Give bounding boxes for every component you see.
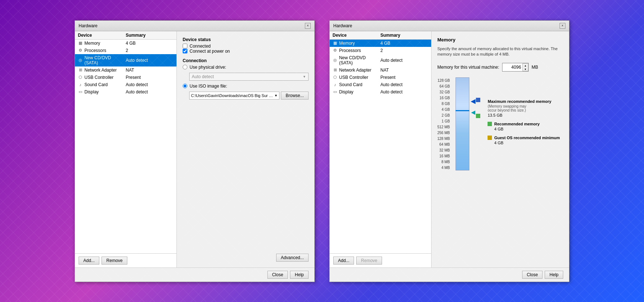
processor-icon-right — [333, 48, 338, 53]
memory-icon-left — [78, 41, 83, 46]
dialog-title-right: Hardware — [333, 23, 352, 28]
memory-panel: Memory Specify the amount of memory allo… — [432, 31, 569, 267]
memory-value-input[interactable] — [502, 64, 522, 71]
legend-recommended: Recommended memory 4 GB — [488, 122, 560, 131]
device-panel-footer-right: Add... Remove — [330, 253, 431, 267]
close-button-left[interactable]: × — [305, 23, 311, 29]
physical-drive-select[interactable]: Auto detect ▼ — [189, 73, 309, 81]
close-btn-right[interactable]: Close — [522, 271, 543, 279]
usb-icon-right — [333, 75, 338, 80]
connection-radio-group: Use physical drive: Auto detect ▼ Use IS… — [183, 65, 309, 100]
cd-icon-right — [333, 58, 338, 63]
device-panel-right: Device Summary Memory 4 GB Processors 2 … — [330, 31, 432, 267]
recommended-legend-color — [488, 122, 492, 126]
dialog-footer-right: Close Help — [330, 267, 569, 282]
recommended-color — [476, 114, 480, 118]
content-panel-left: Device status Connected Connect at power… — [177, 31, 314, 267]
help-btn-left[interactable]: Help — [290, 271, 309, 279]
spinner-up[interactable]: ▲ — [523, 64, 528, 67]
legend-max-recommended: Maximum recommended memory (Memory swapp… — [488, 99, 560, 117]
help-btn-right[interactable]: Help — [545, 271, 563, 279]
device-header-right: Device Summary — [330, 31, 431, 40]
device-status-label: Device status — [183, 37, 309, 42]
close-button-right[interactable]: × — [560, 23, 565, 29]
physical-drive-label: Use physical drive: — [190, 65, 226, 70]
auto-detect-select-row: Auto detect ▼ — [189, 73, 309, 81]
display-icon-left — [78, 89, 83, 94]
network-icon-left — [78, 68, 83, 73]
connect-power-checkbox[interactable] — [183, 49, 187, 53]
recommended-memory-arrow: ◀ — [471, 109, 475, 115]
connection-label: Connection — [183, 58, 309, 63]
memory-legend: Maximum recommended memory (Memory swapp… — [488, 77, 560, 261]
iso-path-row: C:\Users\Gavin\Downloads\macOS Big Sur 1… — [189, 92, 309, 100]
advanced-button[interactable]: Advanced... — [276, 254, 309, 262]
physical-drive-radio[interactable] — [183, 65, 187, 69]
display-icon-right — [333, 89, 338, 94]
memory-chart: 128 GB 64 GB 32 GB 16 GB 8 GB 4 GB 2 GB … — [437, 77, 563, 261]
usb-icon-left — [78, 75, 83, 80]
memory-spinner[interactable]: ▲ ▼ — [522, 63, 528, 71]
memory-input-row: Memory for this virtual machine: ▲ ▼ MB — [437, 63, 563, 72]
connected-label: Connected — [190, 44, 211, 49]
device-row-processors-left[interactable]: Processors 2 — [75, 47, 176, 54]
sound-icon-right — [333, 82, 338, 87]
cd-icon-left — [78, 58, 83, 63]
device-row-cd-left[interactable]: New CD/DVD (SATA) Auto detect — [75, 54, 176, 67]
iso-path-display[interactable]: C:\Users\Gavin\Downloads\macOS Big Sur 1… — [189, 92, 279, 100]
network-icon-right — [333, 68, 338, 73]
device-list-right: Memory 4 GB Processors 2 New CD/DVD (SAT… — [330, 40, 431, 253]
close-btn-left[interactable]: Close — [267, 271, 288, 279]
memory-bar-container: ◀ ◀ — [456, 77, 470, 170]
device-row-usb-left[interactable]: USB Controller Present — [75, 74, 176, 81]
memory-input-label: Memory for this virtual machine: — [437, 65, 499, 70]
device-row-memory-left[interactable]: Memory 4 GB — [75, 40, 176, 47]
device-status-section: Device status Connected Connect at power… — [183, 37, 309, 54]
memory-unit: MB — [532, 65, 538, 70]
spinner-down[interactable]: ▼ — [523, 67, 528, 71]
device-row-display-left[interactable]: Display Auto detect — [75, 88, 176, 96]
connected-row: Connected — [183, 44, 309, 49]
memory-input-group[interactable]: ▲ ▼ — [502, 63, 529, 72]
connected-checkbox[interactable] — [183, 44, 187, 48]
device-row-display-right[interactable]: Display Auto detect — [330, 88, 431, 96]
hardware-dialog-left: Hardware × Device Summary Memory 4 GB Pr… — [75, 20, 315, 282]
device-list-left: Memory 4 GB Processors 2 New CD/DVD (SAT… — [75, 40, 176, 253]
connection-section: Connection Use physical drive: Auto dete… — [183, 58, 309, 100]
device-row-sound-left[interactable]: Sound Card Auto detect — [75, 81, 176, 88]
device-row-network-right[interactable]: Network Adapter NAT — [330, 67, 431, 74]
device-panel-footer-left: Add... Remove — [75, 253, 176, 267]
connect-power-row: Connect at power on — [183, 49, 309, 54]
sound-icon-left — [78, 82, 83, 87]
device-row-usb-right[interactable]: USB Controller Present — [330, 74, 431, 81]
device-row-cd-right[interactable]: New CD/DVD (SATA) Auto detect — [330, 54, 431, 67]
browse-button[interactable]: Browse... — [281, 92, 309, 100]
max-recommended-color — [476, 98, 480, 102]
add-button-right[interactable]: Add... — [333, 257, 354, 265]
device-row-network-left[interactable]: Network Adapter NAT — [75, 67, 176, 74]
device-row-sound-right[interactable]: Sound Card Auto detect — [330, 81, 431, 88]
device-col-header: Device — [78, 33, 126, 38]
memory-description: Specify the amount of memory allocated t… — [437, 46, 563, 57]
guest-min-legend-color — [488, 136, 492, 140]
select-arrow: ▼ — [303, 75, 306, 78]
titlebar-left: Hardware × — [75, 21, 314, 31]
legend-guest-minimum: Guest OS recommended minimum 4 GB — [488, 136, 560, 145]
iso-file-label: Use ISO image file: — [190, 84, 227, 89]
iso-file-radio[interactable] — [183, 84, 187, 88]
physical-drive-row: Use physical drive: — [183, 65, 309, 70]
summary-col-header-r: Summary — [381, 33, 429, 38]
device-row-memory-right[interactable]: Memory 4 GB — [330, 40, 431, 47]
remove-button-left[interactable]: Remove — [102, 257, 127, 265]
max-memory-arrow: ◀ — [471, 98, 475, 105]
advanced-row: Advanced... — [183, 254, 309, 262]
titlebar-right: Hardware × — [330, 21, 569, 31]
remove-button-right[interactable]: Remove — [356, 257, 382, 265]
device-col-header-r: Device — [333, 33, 381, 38]
device-row-processors-right[interactable]: Processors 2 — [330, 47, 431, 54]
iso-file-row: Use ISO image file: — [183, 84, 309, 89]
memory-icon-right — [333, 41, 338, 46]
add-button-left[interactable]: Add... — [79, 257, 99, 265]
processor-icon-left — [78, 48, 83, 53]
connect-power-label: Connect at power on — [190, 49, 230, 54]
